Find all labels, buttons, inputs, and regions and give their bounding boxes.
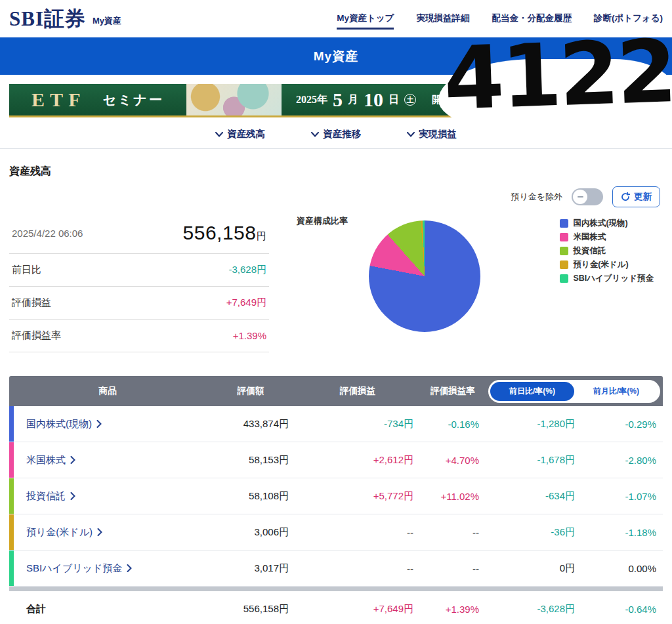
chevron-right-icon bbox=[70, 492, 75, 500]
asset-overview: 2025/4/22 06:06 556,158円 前日比 -3,628円 評価損… bbox=[0, 207, 672, 369]
pl-cell: -- bbox=[295, 527, 420, 538]
top-nav-item[interactable]: 配当金・分配金履歴 bbox=[492, 6, 572, 32]
summary-row-label: 評価損益率 bbox=[12, 329, 61, 342]
legend-label: 国内株式(現物) bbox=[573, 218, 627, 229]
exclude-deposit-label: 預り金を除外 bbox=[511, 191, 562, 203]
table-total-container: 合計 556,158円 +7,649円 +1.39% -3,628円 -0.64… bbox=[9, 591, 663, 624]
brand-subtitle: My資産 bbox=[93, 15, 121, 29]
product-link: 合計 bbox=[9, 603, 206, 615]
top-nav-item[interactable]: My資産トップ bbox=[337, 6, 394, 32]
product-name: 合計 bbox=[26, 603, 46, 615]
summary-row: 前日比 -3,628円 bbox=[9, 254, 269, 287]
legend-item: 預り金(米ドル) bbox=[560, 259, 654, 270]
table-body: 国内株式(現物) 433,874円 -734円 -0.16% -1,280円 -… bbox=[9, 406, 663, 587]
pl-cell: -- bbox=[295, 563, 420, 574]
pie-chart-title: 資産構成比率 bbox=[297, 215, 348, 227]
col-header-pl: 評価損益 bbox=[295, 385, 420, 397]
chevron-down-icon bbox=[407, 132, 415, 137]
table-header: 商品 評価額 評価損益 評価損益率 前日比/率(%)前月比/率(%) bbox=[9, 376, 663, 406]
top-nav-item[interactable]: 診断(ポトフォる) bbox=[594, 6, 663, 32]
day-change-rate-cell: 0.00% bbox=[581, 563, 663, 574]
legend-color-swatch bbox=[560, 260, 568, 269]
product-name: 預り金(米ドル) bbox=[26, 526, 93, 539]
etf-banner-left: ETF セミナー bbox=[9, 84, 186, 115]
pl-rate-cell: +4.70% bbox=[420, 455, 486, 466]
subnav-item-label: 実現損益 bbox=[419, 128, 457, 140]
currency-unit: 円 bbox=[257, 230, 267, 241]
legend-label: 預り金(米ドル) bbox=[573, 259, 628, 270]
product-link[interactable]: 預り金(米ドル) bbox=[9, 526, 206, 539]
refresh-button[interactable]: 更新 bbox=[612, 186, 660, 207]
product-name: SBIハイブリッド預金 bbox=[26, 562, 122, 575]
top-nav-item-label: My資産トップ bbox=[337, 13, 394, 23]
total-separator bbox=[9, 587, 663, 591]
refresh-icon bbox=[621, 192, 630, 201]
top-nav-item[interactable]: 実現損益詳細 bbox=[416, 6, 469, 32]
product-link[interactable]: 国内株式(現物) bbox=[9, 418, 206, 430]
pl-cell: -734円 bbox=[295, 418, 420, 430]
top-nav-item-label: 実現損益詳細 bbox=[416, 13, 469, 23]
top-header: SBI証券 My資産 My資産トップ 実現損益詳細 配当金・分配金履歴 診断(ポ… bbox=[0, 0, 672, 37]
top-nav: My資産トップ 実現損益詳細 配当金・分配金履歴 診断(ポトフォる) bbox=[337, 6, 663, 32]
legend-label: SBIハイブリッド預金 bbox=[573, 273, 654, 284]
pl-rate-cell: -- bbox=[420, 563, 486, 574]
valuation-cell: 3,006円 bbox=[206, 526, 295, 539]
pl-cell: +7,649円 bbox=[295, 603, 420, 615]
etf-month: 5 bbox=[333, 90, 343, 110]
as-of-timestamp: 2025/4/22 06:06 bbox=[12, 228, 83, 239]
legend-label: 米国株式 bbox=[573, 232, 606, 243]
col-header-valuation: 評価額 bbox=[206, 385, 295, 397]
top-nav-item-label: 診断(ポトフォる) bbox=[594, 13, 663, 23]
summary-row-value: +7,649円 bbox=[226, 297, 266, 309]
category-color-bar bbox=[9, 406, 14, 442]
pl-rate-cell: +11.02% bbox=[420, 491, 486, 502]
pl-rate-cell: -0.16% bbox=[420, 419, 486, 430]
period-toggle-option[interactable]: 前日比/率(%) bbox=[490, 382, 574, 401]
chevron-down-icon bbox=[215, 132, 223, 137]
valuation-cell: 58,153円 bbox=[206, 454, 295, 467]
product-link[interactable]: 投資信託 bbox=[9, 490, 206, 503]
seminar-image bbox=[186, 84, 282, 115]
period-toggle: 前日比/率(%)前月比/率(%) bbox=[488, 380, 660, 403]
brand[interactable]: SBI証券 My資産 bbox=[9, 9, 121, 29]
controls-row: 預り金を除外 更新 bbox=[0, 178, 672, 207]
summary-row-value: -3,628円 bbox=[228, 264, 266, 276]
pie-legend: 国内株式(現物) 米国株式 投資信託 預り金(米ドル) SBIハイブリッド預金 bbox=[560, 218, 654, 284]
day-change-cell: -634円 bbox=[486, 490, 581, 503]
subnav-item[interactable]: 実現損益 bbox=[407, 128, 457, 140]
category-color-bar bbox=[9, 551, 14, 586]
legend-item: 国内株式(現物) bbox=[560, 218, 654, 229]
legend-label: 投資信託 bbox=[573, 245, 606, 257]
section-title: 資産残高 bbox=[0, 149, 672, 178]
asset-table: 商品 評価額 評価損益 評価損益率 前日比/率(%)前月比/率(%) 国内株式(… bbox=[9, 376, 663, 624]
total-asset-number: 556,158 bbox=[183, 222, 257, 243]
total-row: 2025/4/22 06:06 556,158円 bbox=[9, 210, 269, 254]
legend-color-swatch bbox=[560, 219, 568, 228]
product-link[interactable]: 米国株式 bbox=[9, 454, 206, 467]
legend-item: 投資信託 bbox=[560, 245, 654, 257]
subnav-item[interactable]: 資産推移 bbox=[311, 128, 361, 140]
category-color-bar bbox=[9, 514, 14, 550]
period-toggle-option[interactable]: 前月比/率(%) bbox=[574, 382, 658, 401]
summary-row-value: +1.39% bbox=[233, 330, 266, 341]
subnav-item[interactable]: 資産残高 bbox=[215, 128, 265, 140]
exclude-deposit-toggle[interactable] bbox=[572, 188, 603, 205]
category-color-bar bbox=[9, 478, 14, 514]
asset-summary: 2025/4/22 06:06 556,158円 前日比 -3,628円 評価損… bbox=[9, 210, 269, 352]
subnav-item-label: 資産推移 bbox=[323, 128, 361, 140]
table-row: 預り金(米ドル) 3,006円 -- -- -36円 -1.18% bbox=[9, 514, 663, 551]
col-header-product: 商品 bbox=[9, 385, 206, 397]
table-row: SBIハイブリッド預金 3,017円 -- -- 0円 0.00% bbox=[9, 551, 663, 587]
table-total-row: 合計 556,158円 +7,649円 +1.39% -3,628円 -0.64… bbox=[9, 591, 663, 624]
product-name: 国内株式(現物) bbox=[26, 418, 92, 430]
day-change-rate-cell: -2.80% bbox=[581, 455, 663, 466]
etf-weekday-badge: 土 bbox=[404, 94, 416, 106]
chevron-right-icon bbox=[97, 528, 102, 536]
page-title: My資産 bbox=[314, 48, 358, 65]
etf-year: 2025年 bbox=[296, 93, 327, 107]
product-link[interactable]: SBIハイブリッド預金 bbox=[9, 562, 206, 575]
sbi-logo: SBI証券 bbox=[9, 9, 86, 29]
chevron-right-icon bbox=[127, 564, 132, 572]
etf-month-unit: 月 bbox=[348, 93, 358, 107]
col-header-pl-rate: 評価損益率 bbox=[420, 385, 486, 397]
